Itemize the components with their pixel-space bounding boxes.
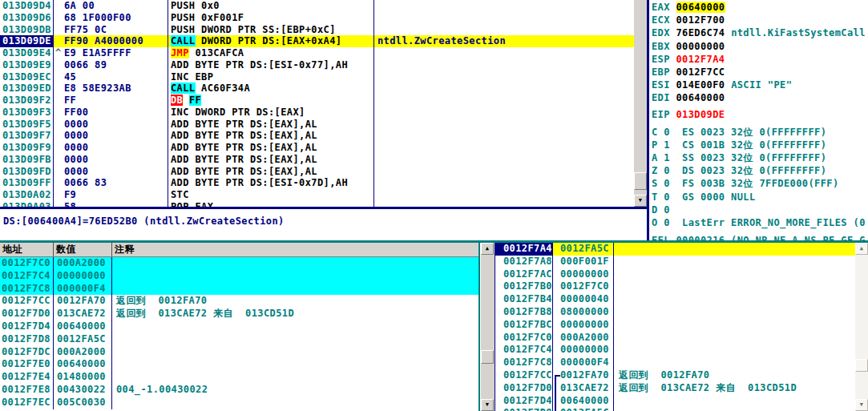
comment-cell: 004_-1.00430022: [112, 384, 478, 397]
stack-row[interactable]: 0012F7B00012F7C0: [495, 280, 855, 293]
disasm-row[interactable]: 013D09D668 1F000F00PUSH 0xF001F: [0, 12, 634, 24]
bytes-cell: 0000: [54, 154, 168, 166]
register-line[interactable]: ECX 0012F700: [649, 14, 868, 27]
stack-scrollbar[interactable]: ▲ ▼: [855, 243, 868, 411]
flag-line[interactable]: C 0 ES 0023 32位 0(FFFFFFFF): [649, 127, 868, 139]
disasm-row[interactable]: 013D09F90000ADD BYTE PTR DS:[EAX],AL: [0, 142, 634, 154]
instruction-cell: ADD BYTE PTR DS:[EAX],AL: [168, 142, 374, 154]
disasm-row[interactable]: 013D09F70000ADD BYTE PTR DS:[EAX],AL: [0, 130, 634, 142]
disasm-row[interactable]: 013D0A02F9STC: [0, 189, 634, 201]
address-cell: 013D09F3: [0, 107, 54, 119]
column-header-address[interactable]: 地址: [0, 243, 54, 256]
stack-row[interactable]: 0012F7AC00000000: [495, 268, 855, 281]
scroll-up-icon[interactable]: ▲: [481, 243, 494, 255]
stack-dump-scrollbar[interactable]: ▲ ▼: [481, 243, 495, 411]
scrollbar-thumb[interactable]: [481, 350, 494, 364]
register-line[interactable]: EBP 0012F7CC: [649, 66, 868, 79]
address-cell: 0012F7B0: [495, 280, 553, 293]
register-line[interactable]: EAX 00640000: [649, 2, 868, 14]
bytes-text: 0000: [64, 130, 89, 141]
flag-line[interactable]: Z 0 DS 0023 32位 0(FFFFFFFF): [649, 165, 868, 178]
stack-row[interactable]: 0012F7C0000A2000: [495, 332, 855, 345]
disasm-row[interactable]: 013D09FB0000ADD BYTE PTR DS:[EAX],AL: [0, 154, 634, 166]
instruction-text: 013CAFCA: [189, 47, 244, 58]
flag-line[interactable]: P 1 CS 001B 32位 0(FFFFFFFF): [649, 139, 868, 152]
disasm-row[interactable]: 013D09EDE8 58E923ABCALL AC60F34A: [0, 83, 634, 95]
instruction-text: PUSH 0x0: [171, 0, 220, 11]
stack-dump-row[interactable]: 0012F7E000640000: [0, 358, 478, 371]
value-cell: 000A2000: [54, 346, 112, 359]
stack-dump-row[interactable]: 0012F7D0013CAE72返回到 013CAE72 来自 013CD51D: [0, 308, 478, 320]
stack-dump-row[interactable]: 0012F7C0000A2000: [0, 257, 478, 270]
scroll-down-icon[interactable]: ▼: [855, 399, 868, 411]
register-line[interactable]: EDI 00640000: [649, 92, 868, 105]
stack-dump-row[interactable]: 0012F7EC005C0030: [0, 397, 478, 409]
register-value: 0012F7CC: [676, 66, 725, 78]
comment-cell: [112, 333, 478, 346]
stack-row[interactable]: 0012F7A40012FA5C: [495, 243, 855, 256]
flag-line[interactable]: S 0 FS 003B 32位 7FFDE000(FFF): [649, 178, 868, 191]
comment-cell: [112, 397, 478, 409]
operand-info-line: DS:[006400A4]=76ED52B0 (ntdll.ZwCreateSe…: [0, 209, 647, 227]
stack-row[interactable]: 0012F7D80012FA5C: [495, 407, 855, 411]
scrollbar-thumb[interactable]: [634, 172, 647, 190]
stack-dump-row[interactable]: 0012F7E800430022004_-1.00430022: [0, 384, 478, 397]
scroll-up-icon[interactable]: ▲: [855, 243, 868, 255]
disasm-row[interactable]: 013D09DEFF90 A4000000CALL DWORD PTR DS:[…: [0, 35, 634, 47]
register-line[interactable]: ESI 014E00F0 ASCII "PE": [649, 79, 868, 92]
disasm-row[interactable]: 013D09E4^E9 E1A5FFFFJMP 013CAFCA: [0, 47, 634, 59]
comment-cell: 返回到 013CAE72 来自 013CD51D: [614, 382, 855, 395]
scroll-down-icon[interactable]: ▼: [481, 399, 494, 411]
address-cell: 0012F7C8: [0, 283, 54, 296]
comment-cell: [374, 166, 634, 178]
stack-row[interactable]: 0012F7B808000000: [495, 306, 855, 319]
flag-line[interactable]: D 0: [649, 204, 868, 217]
disasm-row[interactable]: 013D09FF0066 83ADD BYTE PTR DS:[ESI-0x7D…: [0, 177, 634, 189]
flag-line[interactable]: T 0 GS 0000 NULL: [649, 191, 868, 204]
stack-row[interactable]: 0012F7CC0012FA70返回到 0012FA70: [495, 369, 855, 382]
scroll-down-icon[interactable]: ▼: [634, 195, 647, 207]
stack-dump-row[interactable]: 0012F7D80012FA5C: [0, 333, 478, 346]
stack-dump-row[interactable]: 0012F7C8000000F4: [0, 283, 478, 296]
scrollbar-thumb[interactable]: [855, 359, 868, 372]
disasm-row[interactable]: 013D09D46A 00PUSH 0x0: [0, 0, 634, 12]
stack-row[interactable]: 0012F7D400640000: [495, 395, 855, 408]
comment-cell: [614, 344, 855, 357]
disasm-row[interactable]: 013D09F2FFDB FF: [0, 95, 634, 107]
register-name: ECX: [652, 14, 670, 26]
stack-row[interactable]: 0012F7B400000040: [495, 293, 855, 306]
register-line[interactable]: ESP 0012F7A4: [649, 54, 868, 66]
flag-line[interactable]: A 1 SS 0023 32位 0(FFFFFFFF): [649, 152, 868, 165]
stack-dump-row[interactable]: 0012F7C400000000: [0, 270, 478, 283]
register-line[interactable]: EDX 76ED6C74 ntdll.KiFastSystemCall: [649, 27, 868, 40]
column-header-value[interactable]: 数值: [54, 243, 112, 256]
stack-row[interactable]: 0012F7A8000F001F: [495, 256, 855, 268]
register-line[interactable]: EBX 00000000: [649, 41, 868, 54]
bytes-text: 0066 89: [64, 59, 107, 71]
stack-dump-row[interactable]: 0012F7DC000A2000: [0, 346, 478, 359]
disasm-row[interactable]: 013D0A0358POP EAX: [0, 201, 634, 207]
stack-frame-bracket: [555, 395, 560, 408]
disasm-row[interactable]: 013D09EC45INC EBP: [0, 71, 634, 83]
disasm-row[interactable]: 013D09DBFF75 0CPUSH DWORD PTR SS:[EBP+0x…: [0, 24, 634, 36]
address-cell: 0012F7C4: [0, 270, 54, 283]
column-header-comment[interactable]: 注释: [112, 243, 478, 256]
stack-dump-row[interactable]: 0012F7CC0012FA70返回到 0012FA70: [0, 295, 478, 308]
stack-dump-row[interactable]: 0012F7D400640000: [0, 320, 478, 333]
pane-divider: [478, 243, 480, 411]
disasm-row[interactable]: 013D09F50000ADD BYTE PTR DS:[EAX],AL: [0, 119, 634, 131]
register-line[interactable]: EIP 013D09DE: [649, 109, 868, 122]
stack-row[interactable]: 0012F7C400000000: [495, 344, 855, 357]
disasm-row[interactable]: 013D09F3FF00INC DWORD PTR DS:[EAX]: [0, 107, 634, 119]
bytes-cell: E8 58E923AB: [54, 83, 168, 95]
disasm-row[interactable]: 013D09FD0000ADD BYTE PTR DS:[EAX],AL: [0, 166, 634, 178]
stack-row[interactable]: 0012F7D0013CAE72返回到 013CAE72 来自 013CD51D: [495, 382, 855, 395]
disasm-row[interactable]: 013D09E90066 89ADD BYTE PTR DS:[ESI-0x77…: [0, 59, 634, 71]
stack-dump-row[interactable]: 0012F7E401480000: [0, 371, 478, 384]
register-name: EBX: [652, 41, 670, 52]
stack-row[interactable]: 0012F7BC00000000: [495, 319, 855, 332]
flag-line[interactable]: O 0 LastErr ERROR_NO_MORE_FILES (0: [649, 217, 868, 230]
instruction-cell: ADD BYTE PTR DS:[EAX],AL: [168, 154, 374, 166]
disassembly-scrollbar[interactable]: ▼: [634, 0, 647, 207]
stack-row[interactable]: 0012F7C8000000F4: [495, 357, 855, 369]
